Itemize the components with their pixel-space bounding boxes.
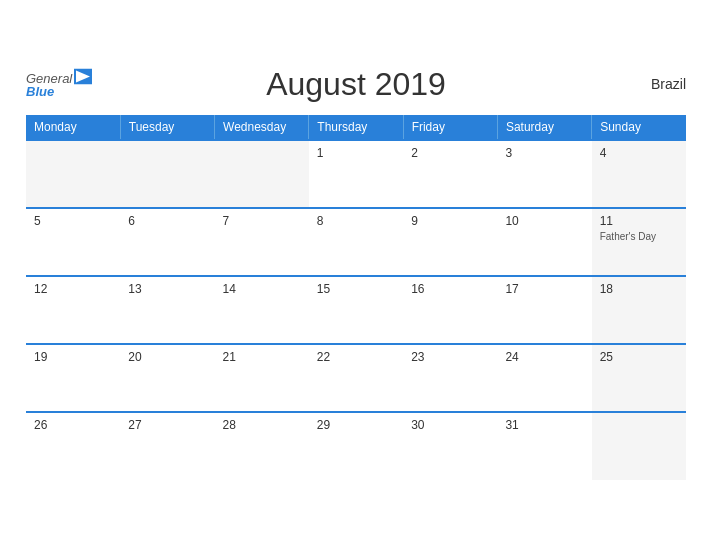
calendar-header-row: MondayTuesdayWednesdayThursdayFridaySatu… xyxy=(26,115,686,140)
day-number: 25 xyxy=(600,350,678,364)
calendar-cell: 7 xyxy=(215,208,309,276)
calendar-cell: 10 xyxy=(497,208,591,276)
calendar-cell: 1 xyxy=(309,140,403,208)
day-number: 12 xyxy=(34,282,112,296)
day-number: 4 xyxy=(600,146,678,160)
calendar-cell: 14 xyxy=(215,276,309,344)
calendar-cell: 20 xyxy=(120,344,214,412)
calendar-cell: 8 xyxy=(309,208,403,276)
calendar-cell: 13 xyxy=(120,276,214,344)
calendar-cell xyxy=(215,140,309,208)
weekday-header-sunday: Sunday xyxy=(592,115,686,140)
day-number: 7 xyxy=(223,214,301,228)
calendar-cell: 17 xyxy=(497,276,591,344)
day-number: 23 xyxy=(411,350,489,364)
calendar-week-2: 12131415161718 xyxy=(26,276,686,344)
day-number: 20 xyxy=(128,350,206,364)
day-number: 10 xyxy=(505,214,583,228)
calendar-cell: 29 xyxy=(309,412,403,480)
logo-general-text: General xyxy=(26,71,72,84)
day-number: 2 xyxy=(411,146,489,160)
calendar-cell: 28 xyxy=(215,412,309,480)
weekday-header-thursday: Thursday xyxy=(309,115,403,140)
day-number: 26 xyxy=(34,418,112,432)
day-number: 17 xyxy=(505,282,583,296)
calendar-week-1: 567891011Father's Day xyxy=(26,208,686,276)
day-number: 24 xyxy=(505,350,583,364)
calendar-cell: 5 xyxy=(26,208,120,276)
country-label: Brazil xyxy=(651,76,686,92)
logo-blue-text: Blue xyxy=(26,85,92,98)
calendar-cell: 24 xyxy=(497,344,591,412)
day-number: 27 xyxy=(128,418,206,432)
calendar-cell: 26 xyxy=(26,412,120,480)
calendar-table: MondayTuesdayWednesdayThursdayFridaySatu… xyxy=(26,115,686,480)
weekday-header-wednesday: Wednesday xyxy=(215,115,309,140)
calendar-container: General Blue August 2019 Brazil MondayTu… xyxy=(11,56,701,495)
day-number: 9 xyxy=(411,214,489,228)
calendar-title: August 2019 xyxy=(266,66,446,103)
calendar-cell: 3 xyxy=(497,140,591,208)
calendar-cell: 22 xyxy=(309,344,403,412)
logo-flag-icon xyxy=(74,69,92,85)
calendar-cell: 23 xyxy=(403,344,497,412)
calendar-cell: 16 xyxy=(403,276,497,344)
day-number: 11 xyxy=(600,214,678,228)
calendar-cell: 21 xyxy=(215,344,309,412)
day-number: 18 xyxy=(600,282,678,296)
weekday-header-tuesday: Tuesday xyxy=(120,115,214,140)
day-number: 19 xyxy=(34,350,112,364)
calendar-cell: 2 xyxy=(403,140,497,208)
calendar-cell xyxy=(26,140,120,208)
calendar-cell xyxy=(592,412,686,480)
calendar-week-0: 1234 xyxy=(26,140,686,208)
calendar-cell: 15 xyxy=(309,276,403,344)
calendar-cell: 25 xyxy=(592,344,686,412)
calendar-cell: 30 xyxy=(403,412,497,480)
weekday-header-friday: Friday xyxy=(403,115,497,140)
day-number: 14 xyxy=(223,282,301,296)
calendar-cell: 18 xyxy=(592,276,686,344)
weekday-header-saturday: Saturday xyxy=(497,115,591,140)
calendar-week-3: 19202122232425 xyxy=(26,344,686,412)
holiday-label: Father's Day xyxy=(600,231,678,242)
day-number: 3 xyxy=(505,146,583,160)
day-number: 6 xyxy=(128,214,206,228)
day-number: 30 xyxy=(411,418,489,432)
logo: General Blue xyxy=(26,71,92,98)
day-number: 16 xyxy=(411,282,489,296)
calendar-header: General Blue August 2019 Brazil xyxy=(26,66,686,103)
calendar-cell: 11Father's Day xyxy=(592,208,686,276)
day-number: 15 xyxy=(317,282,395,296)
calendar-week-4: 262728293031 xyxy=(26,412,686,480)
calendar-cell: 19 xyxy=(26,344,120,412)
calendar-cell: 12 xyxy=(26,276,120,344)
day-number: 13 xyxy=(128,282,206,296)
weekday-header-monday: Monday xyxy=(26,115,120,140)
day-number: 21 xyxy=(223,350,301,364)
day-number: 28 xyxy=(223,418,301,432)
calendar-cell: 6 xyxy=(120,208,214,276)
calendar-cell: 27 xyxy=(120,412,214,480)
day-number: 31 xyxy=(505,418,583,432)
calendar-cell: 9 xyxy=(403,208,497,276)
day-number: 22 xyxy=(317,350,395,364)
day-number: 5 xyxy=(34,214,112,228)
calendar-cell xyxy=(120,140,214,208)
calendar-cell: 4 xyxy=(592,140,686,208)
day-number: 1 xyxy=(317,146,395,160)
day-number: 8 xyxy=(317,214,395,228)
calendar-cell: 31 xyxy=(497,412,591,480)
day-number: 29 xyxy=(317,418,395,432)
